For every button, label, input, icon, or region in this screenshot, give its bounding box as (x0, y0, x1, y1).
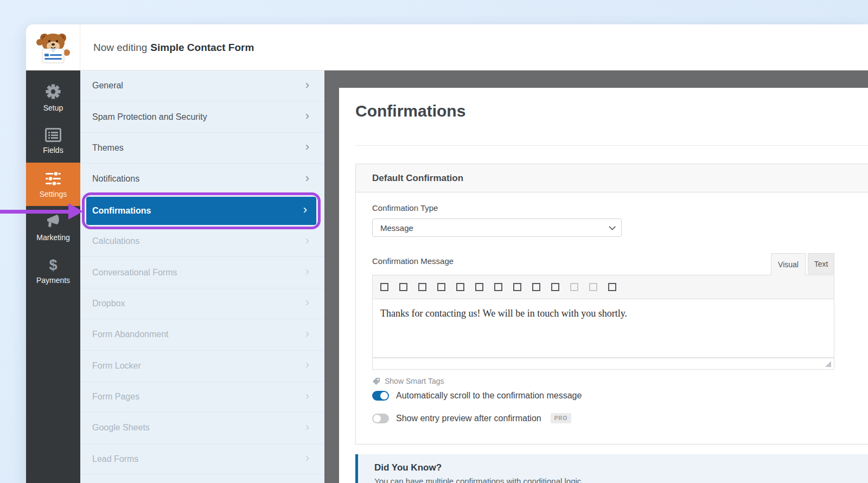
megaphone-icon (45, 214, 61, 229)
menu-item-label: Spam Protection and Security (92, 112, 305, 122)
toggle-off-icon[interactable] (372, 414, 389, 423)
settings-menu-item-themes[interactable]: Themes› (80, 133, 324, 164)
editor-toolbar-button[interactable] (570, 283, 578, 291)
editor-toolbar-button[interactable] (494, 283, 502, 291)
editor-toolbar-button[interactable] (608, 283, 616, 291)
menu-item-label: Calculations (92, 236, 305, 246)
menu-item-label: Notifications (92, 174, 305, 184)
editor-toolbar-button[interactable] (532, 283, 540, 291)
nav-label: Fields (43, 146, 63, 154)
chevron-right-icon: › (305, 452, 309, 464)
confirmation-message-label: Confirmation Message (372, 256, 454, 266)
chevron-down-icon (609, 223, 616, 230)
editor-toolbar-button[interactable] (513, 283, 521, 291)
settings-menu-item-form-abandonment[interactable]: Form Abandonment› (80, 319, 324, 350)
settings-menu-item-general[interactable]: General› (80, 70, 324, 101)
editor-toolbar-button[interactable] (589, 283, 597, 291)
tag-icon (372, 377, 380, 385)
editor-toolbar-button[interactable] (399, 283, 407, 291)
chevron-right-icon: › (303, 204, 307, 216)
dollar-icon: $ (49, 258, 57, 272)
settings-menu: General›Spam Protection and Security›The… (80, 70, 324, 483)
default-confirmation-section: Default Confirmation Confirmation Type M… (355, 164, 868, 445)
menu-item-label: Form Pages (92, 392, 305, 402)
form-name: Simple Contact Form (150, 42, 254, 54)
editor-statusbar (372, 358, 834, 370)
dimmed-backdrop: Confirmations Default Confirmation Confi… (324, 70, 868, 483)
chevron-right-icon: › (305, 328, 309, 340)
resize-handle-icon[interactable] (825, 361, 831, 367)
settings-menu-item-google-sheets[interactable]: Google Sheets› (80, 413, 324, 443)
editor-toolbar-button[interactable] (475, 283, 483, 291)
editor-toolbar-button[interactable] (380, 283, 388, 291)
toggle-on-icon[interactable] (372, 391, 389, 401)
builder-header: Now editing Simple Contact Form (26, 24, 868, 70)
now-editing-prefix: Now editing (93, 42, 147, 54)
chevron-right-icon: › (305, 359, 309, 371)
nav-label: Settings (40, 190, 67, 198)
settings-menu-item-calculations[interactable]: Calculations› (80, 226, 324, 257)
pro-badge: PRO (551, 413, 572, 423)
selected-menu-item[interactable]: Confirmations› (86, 197, 316, 225)
form-fields-icon (45, 128, 61, 142)
menu-item-label: Google Sheets (92, 423, 305, 433)
editor-text: Thanks for contacting us! We will be in … (380, 308, 627, 319)
chevron-right-icon: › (305, 421, 309, 433)
nav-label: Payments (36, 276, 70, 285)
chevron-right-icon: › (305, 110, 309, 122)
annotation-arrow-head (68, 203, 83, 220)
confirmations-panel: Confirmations Default Confirmation Confi… (339, 88, 868, 483)
nav-item-setup[interactable]: Setup (26, 76, 80, 119)
confirmation-type-select[interactable]: Message (372, 218, 622, 237)
section-body: Confirmation Type Message Confirmation M… (356, 192, 868, 445)
settings-menu-item-form-locker[interactable]: Form Locker› (80, 351, 324, 382)
chevron-right-icon: › (305, 390, 309, 402)
annotation-arrow (0, 210, 69, 214)
confirmation-message-editor[interactable]: Thanks for contacting us! We will be in … (372, 299, 834, 358)
section-title: Default Confirmation (356, 164, 868, 192)
editor-toolbar-button[interactable] (437, 283, 445, 291)
show-smart-tags-button[interactable]: Show Smart Tags (372, 377, 444, 385)
wpforms-bear-icon (35, 31, 71, 65)
builder-nav: Setup Fields Settings (26, 70, 80, 483)
toggle-auto-scroll[interactable]: Automatically scroll to the confirmation… (372, 391, 582, 401)
tab-visual[interactable]: Visual (771, 253, 806, 275)
settings-menu-item-form-pages[interactable]: Form Pages› (80, 382, 324, 413)
chevron-right-icon: › (305, 141, 309, 153)
settings-menu-item-conversational-forms[interactable]: Conversational Forms› (80, 257, 324, 288)
show-smart-tags-label: Show Smart Tags (385, 377, 444, 385)
toggle-label: Show entry preview after confirmation (396, 414, 541, 423)
settings-menu-item-spam-protection-and-security[interactable]: Spam Protection and Security› (80, 101, 324, 132)
menu-item-label: Lead Forms (92, 454, 305, 464)
menu-item-label: Form Locker (92, 361, 305, 371)
builder-window: Now editing Simple Contact Form Setup (26, 24, 868, 483)
editor-toolbar-button[interactable] (418, 283, 426, 291)
page-title: Confirmations (355, 102, 465, 120)
nav-label: Marketing (36, 233, 69, 242)
settings-menu-item-notifications[interactable]: Notifications› (80, 164, 324, 195)
settings-menu-item-dropbox[interactable]: Dropbox› (80, 288, 324, 319)
chevron-right-icon: › (305, 235, 309, 247)
did-you-know-title: Did You Know? (374, 462, 868, 473)
confirmation-type-label: Confirmation Type (372, 203, 438, 212)
selected-option: Message (380, 223, 413, 233)
nav-item-fields[interactable]: Fields (26, 119, 80, 163)
menu-item-label: Form Abandonment (92, 330, 305, 339)
editor-toolbar-button[interactable] (551, 283, 559, 291)
editor-toolbar (372, 275, 834, 299)
settings-menu-item-confirmations[interactable]: Confirmations› (80, 195, 324, 226)
gear-icon (45, 83, 61, 100)
tab-text[interactable]: Text (808, 253, 834, 274)
settings-menu-item-lead-forms[interactable]: Lead Forms› (80, 444, 324, 475)
nav-item-settings[interactable]: Settings (26, 163, 80, 206)
menu-item-label: Confirmations (92, 206, 303, 216)
chevron-right-icon: › (305, 297, 309, 308)
nav-label: Setup (43, 104, 63, 112)
editor-toolbar-button[interactable] (456, 283, 464, 291)
divider (355, 145, 868, 146)
menu-item-label: General (92, 81, 305, 91)
toggle-entry-preview[interactable]: Show entry preview after confirmation PR… (372, 413, 571, 423)
nav-item-payments[interactable]: $ Payments (26, 249, 80, 293)
chevron-right-icon: › (305, 172, 309, 184)
sliders-icon (44, 171, 62, 186)
